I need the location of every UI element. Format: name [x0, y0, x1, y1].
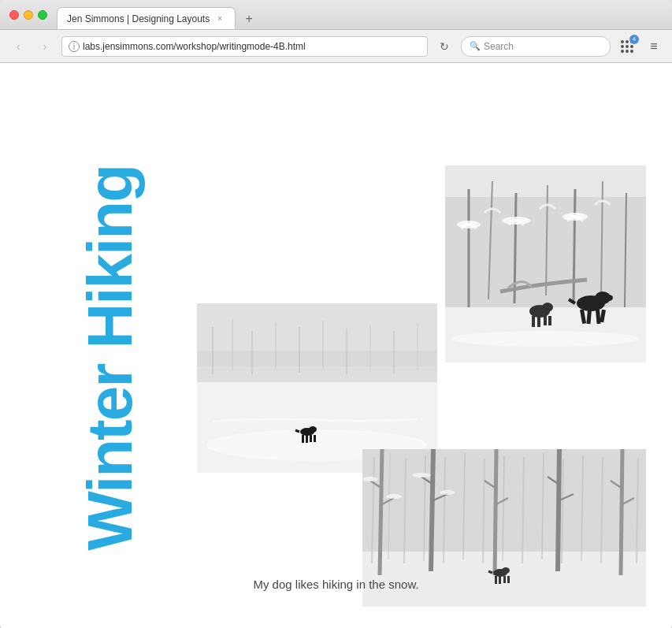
reload-icon: ↻ — [440, 40, 449, 53]
svg-rect-45 — [302, 435, 304, 443]
menu-button[interactable]: ≡ — [644, 36, 664, 57]
search-bar[interactable]: 🔍 Search — [461, 36, 611, 57]
photo-1 — [445, 165, 646, 362]
tab-bar: Jen Simmons | Designing Layouts × + — [57, 0, 663, 29]
url-text: labs.jensimmons.com/workshop/writingmode… — [83, 41, 306, 52]
svg-point-12 — [562, 213, 588, 221]
page-title: Winter Hiking — [79, 165, 142, 551]
reload-button[interactable]: ↻ — [434, 36, 455, 57]
back-button[interactable]: ‹ — [8, 36, 28, 57]
page-content: Winter Hiking — [0, 63, 672, 628]
forward-icon: › — [43, 40, 47, 53]
svg-rect-47 — [310, 435, 312, 442]
active-tab[interactable]: Jen Simmons | Designing Layouts × — [57, 7, 236, 29]
photo-2 — [197, 303, 437, 473]
svg-point-27 — [451, 331, 640, 347]
maximize-button[interactable] — [38, 10, 47, 20]
forward-button[interactable]: › — [35, 36, 55, 57]
minimize-button[interactable] — [24, 10, 33, 20]
photo-area — [197, 165, 646, 607]
svg-line-49 — [295, 430, 299, 432]
svg-line-7 — [574, 189, 575, 303]
title-bar: Jen Simmons | Designing Layouts × + — [0, 0, 672, 30]
info-icon: i — [69, 41, 80, 52]
svg-rect-23 — [532, 316, 535, 327]
search-placeholder: Search — [484, 41, 514, 52]
search-icon: 🔍 — [470, 41, 481, 51]
svg-point-11 — [502, 217, 530, 225]
svg-point-10 — [457, 221, 481, 229]
badge-count: 4 — [629, 35, 639, 44]
menu-icon: ≡ — [650, 39, 657, 54]
svg-point-44 — [309, 426, 317, 433]
browser-window: Jen Simmons | Designing Layouts × + ‹ › … — [0, 0, 672, 628]
address-bar: ‹ › i labs.jensimmons.com/workshop/writi… — [0, 30, 672, 63]
tab-title: Jen Simmons | Designing Layouts — [67, 13, 210, 24]
svg-rect-25 — [544, 316, 547, 325]
extensions-button[interactable]: 4 — [617, 36, 637, 57]
back-icon: ‹ — [17, 40, 20, 53]
traffic-lights — [9, 10, 47, 20]
tab-close-button[interactable]: × — [214, 13, 225, 24]
page-caption: My dog likes hiking in the snow. — [253, 578, 418, 591]
close-button[interactable] — [9, 10, 19, 20]
svg-rect-24 — [537, 316, 540, 327]
svg-point-22 — [542, 303, 553, 312]
url-bar[interactable]: i labs.jensimmons.com/workshop/writingmo… — [61, 36, 428, 57]
new-tab-button[interactable]: + — [239, 9, 259, 29]
svg-point-19 — [605, 295, 613, 301]
svg-rect-26 — [548, 316, 551, 325]
svg-rect-48 — [314, 435, 316, 442]
svg-rect-46 — [306, 435, 308, 443]
